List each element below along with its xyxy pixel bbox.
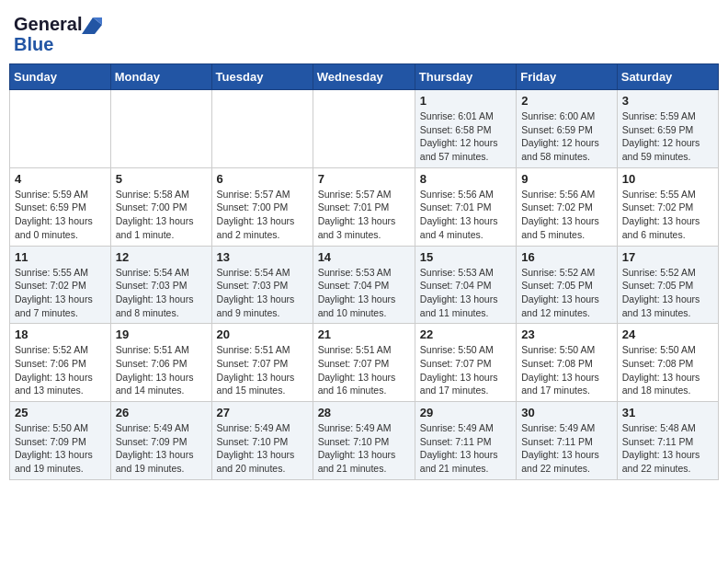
day-cell: 12Sunrise: 5:54 AMSunset: 7:03 PMDayligh… xyxy=(110,246,211,324)
day-number: 16 xyxy=(521,250,612,264)
logo: General Blue xyxy=(14,14,102,54)
day-info: Sunrise: 5:50 AMSunset: 7:07 PMDaylight:… xyxy=(420,343,511,397)
day-info: Sunrise: 5:54 AMSunset: 7:03 PMDaylight:… xyxy=(217,266,308,320)
day-number: 11 xyxy=(15,250,106,264)
week-row-4: 18Sunrise: 5:52 AMSunset: 7:06 PMDayligh… xyxy=(10,324,719,402)
day-cell: 22Sunrise: 5:50 AMSunset: 7:07 PMDayligh… xyxy=(415,324,516,402)
day-info: Sunrise: 5:59 AMSunset: 6:59 PMDaylight:… xyxy=(622,109,713,164)
day-cell: 24Sunrise: 5:50 AMSunset: 7:08 PMDayligh… xyxy=(617,324,718,402)
day-number: 1 xyxy=(420,94,511,108)
day-cell: 1Sunrise: 6:01 AMSunset: 6:58 PMDaylight… xyxy=(415,90,516,168)
day-number: 17 xyxy=(622,250,713,264)
week-row-2: 4Sunrise: 5:59 AMSunset: 6:59 PMDaylight… xyxy=(10,167,719,246)
day-number: 27 xyxy=(217,406,308,419)
weekday-header-thursday: Thursday xyxy=(415,64,516,90)
day-info: Sunrise: 5:55 AMSunset: 7:02 PMDaylight:… xyxy=(15,266,106,320)
day-info: Sunrise: 5:51 AMSunset: 7:07 PMDaylight:… xyxy=(217,343,308,397)
day-cell: 8Sunrise: 5:56 AMSunset: 7:01 PMDaylight… xyxy=(415,167,516,246)
week-row-1: 1Sunrise: 6:01 AMSunset: 6:58 PMDaylight… xyxy=(10,90,719,168)
calendar: SundayMondayTuesdayWednesdayThursdayFrid… xyxy=(9,63,719,480)
day-cell: 30Sunrise: 5:49 AMSunset: 7:11 PMDayligh… xyxy=(517,402,618,480)
logo-icon xyxy=(82,17,102,34)
weekday-header-sunday: Sunday xyxy=(10,64,111,90)
day-number: 5 xyxy=(116,172,207,186)
day-cell: 23Sunrise: 5:50 AMSunset: 7:08 PMDayligh… xyxy=(517,324,618,402)
day-number: 6 xyxy=(217,172,308,186)
day-info: Sunrise: 5:49 AMSunset: 7:11 PMDaylight:… xyxy=(521,421,612,476)
weekday-header-friday: Friday xyxy=(517,64,618,90)
day-number: 29 xyxy=(420,406,511,419)
day-info: Sunrise: 5:49 AMSunset: 7:11 PMDaylight:… xyxy=(420,421,511,476)
weekday-header-saturday: Saturday xyxy=(617,64,718,90)
weekday-header-monday: Monday xyxy=(110,64,211,90)
day-info: Sunrise: 5:53 AMSunset: 7:04 PMDaylight:… xyxy=(420,266,511,320)
day-info: Sunrise: 5:48 AMSunset: 7:11 PMDaylight:… xyxy=(622,421,713,476)
day-cell: 10Sunrise: 5:55 AMSunset: 7:02 PMDayligh… xyxy=(617,167,718,246)
day-info: Sunrise: 5:52 AMSunset: 7:05 PMDaylight:… xyxy=(521,266,612,320)
day-cell: 31Sunrise: 5:48 AMSunset: 7:11 PMDayligh… xyxy=(617,402,718,480)
day-cell: 4Sunrise: 5:59 AMSunset: 6:59 PMDaylight… xyxy=(10,167,111,246)
weekday-header-wednesday: Wednesday xyxy=(313,64,415,90)
day-info: Sunrise: 5:58 AMSunset: 7:00 PMDaylight:… xyxy=(116,188,207,242)
day-number: 22 xyxy=(420,327,511,341)
day-info: Sunrise: 5:49 AMSunset: 7:09 PMDaylight:… xyxy=(116,421,207,476)
day-number: 19 xyxy=(116,327,207,341)
day-number: 21 xyxy=(318,327,410,341)
day-number: 25 xyxy=(15,406,106,419)
day-cell xyxy=(211,90,313,168)
day-info: Sunrise: 6:01 AMSunset: 6:58 PMDaylight:… xyxy=(420,109,511,164)
day-info: Sunrise: 5:56 AMSunset: 7:01 PMDaylight:… xyxy=(420,188,511,242)
day-number: 9 xyxy=(521,172,612,186)
header: General Blue xyxy=(9,9,719,54)
day-info: Sunrise: 5:59 AMSunset: 6:59 PMDaylight:… xyxy=(15,188,106,242)
day-number: 12 xyxy=(116,250,207,264)
day-cell: 7Sunrise: 5:57 AMSunset: 7:01 PMDaylight… xyxy=(313,167,415,246)
day-number: 23 xyxy=(521,327,612,341)
day-number: 8 xyxy=(420,172,511,186)
day-cell xyxy=(110,90,211,168)
day-info: Sunrise: 5:54 AMSunset: 7:03 PMDaylight:… xyxy=(116,266,207,320)
day-number: 3 xyxy=(622,94,713,108)
day-number: 28 xyxy=(318,406,410,419)
weekday-header-tuesday: Tuesday xyxy=(211,64,313,90)
day-info: Sunrise: 5:52 AMSunset: 7:06 PMDaylight:… xyxy=(15,343,106,397)
day-info: Sunrise: 5:56 AMSunset: 7:02 PMDaylight:… xyxy=(521,188,612,242)
day-info: Sunrise: 5:50 AMSunset: 7:08 PMDaylight:… xyxy=(622,343,713,397)
day-cell: 11Sunrise: 5:55 AMSunset: 7:02 PMDayligh… xyxy=(10,246,111,324)
day-info: Sunrise: 5:49 AMSunset: 7:10 PMDaylight:… xyxy=(318,421,410,476)
day-number: 24 xyxy=(622,327,713,341)
day-cell xyxy=(10,90,111,168)
day-info: Sunrise: 5:53 AMSunset: 7:04 PMDaylight:… xyxy=(318,266,410,320)
day-number: 15 xyxy=(420,250,511,264)
day-info: Sunrise: 5:57 AMSunset: 7:01 PMDaylight:… xyxy=(318,188,410,242)
day-number: 7 xyxy=(318,172,410,186)
day-cell: 2Sunrise: 6:00 AMSunset: 6:59 PMDaylight… xyxy=(517,90,618,168)
day-info: Sunrise: 5:50 AMSunset: 7:08 PMDaylight:… xyxy=(521,343,612,397)
day-cell: 28Sunrise: 5:49 AMSunset: 7:10 PMDayligh… xyxy=(313,402,415,480)
day-cell: 19Sunrise: 5:51 AMSunset: 7:06 PMDayligh… xyxy=(110,324,211,402)
day-number: 31 xyxy=(622,406,713,419)
day-info: Sunrise: 5:52 AMSunset: 7:05 PMDaylight:… xyxy=(622,266,713,320)
day-cell: 9Sunrise: 5:56 AMSunset: 7:02 PMDaylight… xyxy=(517,167,618,246)
day-number: 10 xyxy=(622,172,713,186)
day-cell: 27Sunrise: 5:49 AMSunset: 7:10 PMDayligh… xyxy=(211,402,313,480)
week-row-5: 25Sunrise: 5:50 AMSunset: 7:09 PMDayligh… xyxy=(10,402,719,480)
day-number: 26 xyxy=(116,406,207,419)
day-info: Sunrise: 5:50 AMSunset: 7:09 PMDaylight:… xyxy=(15,421,106,476)
weekday-header-row: SundayMondayTuesdayWednesdayThursdayFrid… xyxy=(10,64,719,90)
day-number: 14 xyxy=(318,250,410,264)
day-info: Sunrise: 5:57 AMSunset: 7:00 PMDaylight:… xyxy=(217,188,308,242)
day-info: Sunrise: 5:49 AMSunset: 7:10 PMDaylight:… xyxy=(217,421,308,476)
day-number: 30 xyxy=(521,406,612,419)
week-row-3: 11Sunrise: 5:55 AMSunset: 7:02 PMDayligh… xyxy=(10,246,719,324)
day-number: 20 xyxy=(217,327,308,341)
day-number: 2 xyxy=(521,94,612,108)
day-cell: 14Sunrise: 5:53 AMSunset: 7:04 PMDayligh… xyxy=(313,246,415,324)
day-info: Sunrise: 5:51 AMSunset: 7:07 PMDaylight:… xyxy=(318,343,410,397)
day-cell: 13Sunrise: 5:54 AMSunset: 7:03 PMDayligh… xyxy=(211,246,313,324)
day-cell: 18Sunrise: 5:52 AMSunset: 7:06 PMDayligh… xyxy=(10,324,111,402)
day-cell: 16Sunrise: 5:52 AMSunset: 7:05 PMDayligh… xyxy=(517,246,618,324)
day-info: Sunrise: 6:00 AMSunset: 6:59 PMDaylight:… xyxy=(521,109,612,164)
day-number: 4 xyxy=(15,172,106,186)
day-cell: 26Sunrise: 5:49 AMSunset: 7:09 PMDayligh… xyxy=(110,402,211,480)
